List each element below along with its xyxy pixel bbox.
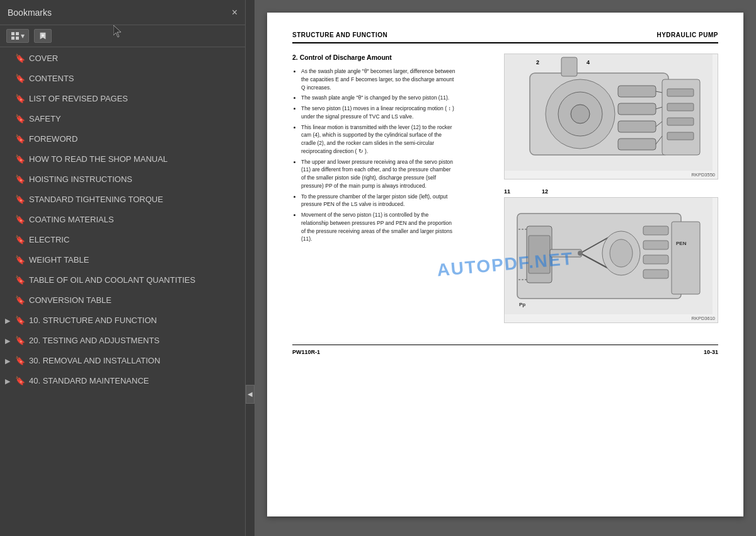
diagram1-label-2: 2 [536, 59, 539, 66]
bookmark-flag-icon-removal-and-installation: 🔖 [15, 356, 25, 365]
bookmark-flag-icon-standard-maintenance: 🔖 [15, 377, 25, 385]
sidebar-item-removal-and-installation[interactable]: ▶ 🔖 30. REMOVAL AND INSTALLATION [0, 352, 245, 372]
page-header: STRUCTURE AND FUNCTION HYDRAULIC PUMP [292, 31, 718, 43]
bookmark-flag-icon-coating-materials: 🔖 [15, 215, 25, 224]
expand-arrow-testing-and-adjustments[interactable]: ▶ [5, 336, 13, 346]
svg-point-11 [571, 105, 590, 123]
bookmark-flag-icon-conversion-table: 🔖 [15, 296, 25, 304]
svg-rect-20 [667, 132, 694, 140]
grid-icon [11, 31, 20, 40]
bookmark-flag-icon-table-of-oil: 🔖 [15, 276, 25, 284]
bullet-item: Movement of the servo piston (11) is con… [301, 211, 456, 243]
svg-rect-18 [667, 103, 694, 111]
diagram2-svg: PEN Pp [505, 198, 713, 314]
svg-rect-14 [618, 121, 656, 132]
collapse-panel-button[interactable]: ◀ [246, 385, 255, 404]
sidebar-item-standard-maintenance[interactable]: ▶ 🔖 40. STANDARD MAINTENANCE [0, 372, 245, 392]
main-content: 2. Control of Discharge Amount As the sw… [292, 54, 718, 332]
sidebar-item-safety[interactable]: 🔖 SAFETY [0, 110, 245, 130]
svg-rect-13 [618, 103, 656, 115]
svg-rect-12 [618, 86, 656, 97]
svg-rect-17 [667, 89, 694, 96]
content-bullets: As the swash plate angle "θ" becomes lar… [292, 67, 456, 243]
bookmark-label-structure-and-function: 10. STRUCTURE AND FUNCTION [29, 315, 239, 326]
svg-point-33 [578, 251, 583, 256]
bookmark-flag-icon-cover: 🔖 [15, 54, 25, 62]
view-options-button[interactable]: ▾ [6, 29, 29, 43]
svg-rect-39 [643, 270, 668, 278]
bookmark-label-electric: ELECTRIC [29, 234, 239, 246]
sidebar-title: Bookmarks [8, 8, 52, 18]
sidebar-item-conversion-table[interactable]: 🔖 CONVERSION TABLE [0, 292, 245, 312]
page-container: AUTOPDF.NET STRUCTURE AND FUNCTION HYDRA… [267, 13, 743, 516]
svg-rect-37 [643, 241, 668, 249]
label-12: 12 [542, 188, 548, 195]
svg-rect-30 [550, 249, 581, 257]
bookmark-flag-icon-weight-table: 🔖 [15, 256, 25, 264]
section-number: 2. [292, 54, 298, 61]
svg-rect-15 [618, 139, 656, 150]
bookmark-label-conversion-table: CONVERSION TABLE [29, 295, 239, 306]
sidebar-header: Bookmarks × [0, 0, 245, 25]
diagram1-label-4: 4 [587, 59, 590, 66]
diagram-column: 2 4 [504, 54, 718, 332]
sidebar-item-how-to-read[interactable]: 🔖 HOW TO READ THE SHOP MANUAL [0, 151, 245, 171]
bullet-item: The servo piston (11) moves in a linear … [301, 105, 456, 121]
svg-rect-3 [11, 37, 14, 40]
bullet-item: The upper and lower pressure receiving a… [301, 158, 456, 190]
bookmark-label-list-of-revised-pages: LIST OF REVISED PAGES [29, 93, 239, 105]
bookmark-flag-icon-safety: 🔖 [15, 115, 25, 123]
svg-point-35 [610, 239, 633, 267]
diagram1-svg [505, 54, 713, 171]
svg-rect-1 [11, 32, 14, 35]
sidebar-item-testing-and-adjustments[interactable]: ▶ 🔖 20. TESTING AND ADJUSTMENTS [0, 332, 245, 352]
bookmark-flag-icon-contents: 🔖 [15, 74, 25, 83]
expand-arrow-standard-maintenance[interactable]: ▶ [5, 377, 13, 386]
bookmark-label-hoisting-instructions: HOISTING INSTRUCTIONS [29, 174, 239, 185]
page-footer-right: 10-31 [704, 349, 718, 355]
sidebar-item-cover[interactable]: 🔖 COVER [0, 50, 245, 70]
sidebar-item-list-of-revised-pages[interactable]: 🔖 LIST OF REVISED PAGES [0, 90, 245, 110]
sidebar-list: 🔖 COVER 🔖 CONTENTS 🔖 LIST OF REVISED PAG… [0, 47, 245, 536]
bookmark-label-standard-maintenance: 40. STANDARD MAINTENANCE [29, 375, 239, 387]
bullet-item: The swash plate angle "θ" is changed by … [301, 94, 456, 102]
page-header-right: HYDRAULIC PUMP [656, 31, 718, 38]
sidebar-tools: ▾ [0, 25, 245, 47]
expand-arrow-removal-and-installation[interactable]: ▶ [5, 356, 13, 366]
document-area: AUTOPDF.NET STRUCTURE AND FUNCTION HYDRA… [255, 0, 756, 536]
expand-arrow-structure-and-function[interactable]: ▶ [5, 316, 13, 326]
bookmark-label-testing-and-adjustments: 20. TESTING AND ADJUSTMENTS [29, 335, 239, 346]
bookmark-flag-icon-foreword: 🔖 [15, 135, 25, 143]
svg-rect-40 [672, 222, 700, 294]
bullet-item: As the swash plate angle "θ" becomes lar… [301, 67, 456, 91]
bookmark-label-safety: SAFETY [29, 113, 239, 125]
bookmark-label-coating-materials: COATING MATERIALS [29, 214, 239, 225]
sidebar-item-coating-materials[interactable]: 🔖 COATING MATERIALS [0, 211, 245, 231]
svg-rect-4 [16, 37, 19, 40]
bookmark-label-table-of-oil: TABLE OF OIL AND COOLANT QUANTITIES [29, 275, 239, 286]
svg-rect-36 [643, 226, 668, 235]
bookmark-icon [38, 31, 47, 40]
bullet-item: This linear motion is transmitted with t… [301, 123, 456, 156]
bookmark-label-contents: CONTENTS [29, 73, 239, 84]
bookmark-flag-icon-electric: 🔖 [15, 236, 25, 244]
svg-text:Pp: Pp [519, 302, 525, 307]
bookmark-label-how-to-read: HOW TO READ THE SHOP MANUAL [29, 154, 239, 165]
bookmark-flag-icon-how-to-read: 🔖 [15, 155, 25, 163]
sidebar: Bookmarks × ▾ 🔖 [0, 0, 246, 536]
bookmark-label-standard-tightening-torque: STANDARD TIGHTENING TORQUE [29, 194, 239, 205]
diagram1-caption: RKPD3550 [505, 171, 718, 179]
close-sidebar-button[interactable]: × [232, 8, 238, 18]
sidebar-item-electric[interactable]: 🔖 ELECTRIC [0, 231, 245, 251]
sidebar-item-foreword[interactable]: 🔖 FOREWORD [0, 130, 245, 151]
sidebar-item-contents[interactable]: 🔖 CONTENTS [0, 70, 245, 90]
sidebar-item-standard-tightening-torque[interactable]: 🔖 STANDARD TIGHTENING TORQUE [0, 191, 245, 211]
page-header-left: STRUCTURE AND FUNCTION [292, 31, 387, 38]
sidebar-item-hoisting-instructions[interactable]: 🔖 HOISTING INSTRUCTIONS [0, 171, 245, 191]
svg-rect-25 [561, 57, 577, 76]
sidebar-item-table-of-oil[interactable]: 🔖 TABLE OF OIL AND COOLANT QUANTITIES [0, 271, 245, 292]
sidebar-item-structure-and-function[interactable]: ▶ 🔖 10. STRUCTURE AND FUNCTION [0, 312, 245, 332]
sidebar-item-weight-table[interactable]: 🔖 WEIGHT TABLE [0, 251, 245, 271]
add-bookmark-button[interactable] [34, 29, 52, 43]
label-11: 11 [504, 188, 510, 195]
